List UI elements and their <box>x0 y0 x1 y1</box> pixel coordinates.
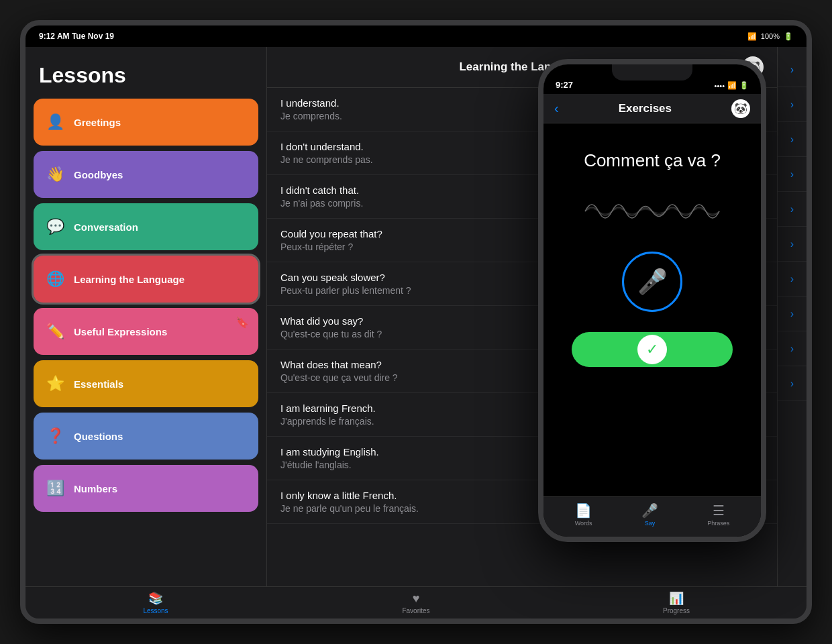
right-chevron-item[interactable]: › <box>778 331 807 366</box>
iphone-time: 9:27 <box>556 80 573 90</box>
wifi-icon: 📶 <box>747 32 757 41</box>
sidebar-lessons: 👤Greetings👋Goodbyes💬Conversation🌐Learnin… <box>25 99 266 586</box>
right-chevron-item[interactable]: › <box>778 227 807 262</box>
iphone-tab-say[interactable]: 🎤Say <box>641 502 658 527</box>
iphone-battery-icon: 🔋 <box>739 81 749 90</box>
tab-lessons[interactable]: 📚Lessons <box>25 591 286 614</box>
iphone-panda-avatar: 🐼 <box>731 99 750 118</box>
iphone-signal: •••• <box>715 82 725 90</box>
conversation-icon: 💬 <box>46 218 64 235</box>
waveform <box>578 191 726 231</box>
tab-favorites-icon: ♥ <box>413 592 420 606</box>
iphone-tab-words-label: Words <box>575 520 592 527</box>
tab-lessons-icon: 📚 <box>148 591 163 606</box>
checkmark-icon: ✓ <box>646 341 658 358</box>
tab-progress-icon: 📊 <box>669 591 684 606</box>
iphone-tab-words[interactable]: 📄Words <box>575 502 592 527</box>
check-circle: ✓ <box>637 335 667 364</box>
sidebar-item-greetings[interactable]: 👤Greetings <box>34 99 258 146</box>
battery-icon: 🔋 <box>784 32 793 41</box>
numbers-icon: 🔢 <box>46 480 64 497</box>
sidebar-title: Lessons <box>25 47 266 99</box>
iphone-status-icons: •••• 📶 🔋 <box>715 81 749 90</box>
right-chevron-item[interactable]: › <box>778 52 807 87</box>
right-chevron-item[interactable]: › <box>778 262 807 297</box>
sidebar-item-numbers[interactable]: 🔢Numbers <box>34 465 258 512</box>
check-slider[interactable]: ✓ <box>572 332 733 367</box>
greetings-icon: 👤 <box>46 113 64 131</box>
ipad-time: 9:12 AM Tue Nov 19 <box>39 32 114 41</box>
sidebar-item-useful-expressions[interactable]: ✏️Useful Expressions🔖 <box>34 308 258 355</box>
questions-label: Questions <box>74 431 123 442</box>
right-chevron-item[interactable]: › <box>778 192 807 227</box>
sidebar-item-learning-language[interactable]: 🌐Learning the Language <box>34 256 258 303</box>
sidebar: Lessons 👤Greetings👋Goodbyes💬Conversation… <box>25 47 267 586</box>
ipad-status-bar: 9:12 AM Tue Nov 19 📶 100% 🔋 <box>25 25 807 47</box>
learning-language-label: Learning the Language <box>74 274 185 285</box>
right-chevrons: ›››››››››› <box>777 47 807 586</box>
sidebar-item-goodbyes[interactable]: 👋Goodbyes <box>34 151 258 198</box>
sidebar-item-questions[interactable]: ❓Questions <box>34 413 258 460</box>
ipad-frame: 9:12 AM Tue Nov 19 📶 100% 🔋 Lessons 👤Gre… <box>20 20 812 624</box>
right-chevron-item[interactable]: › <box>778 297 807 331</box>
useful-expressions-icon: ✏️ <box>46 323 64 340</box>
ipad-tab-bar: 📚Lessons♥Favorites📊Progress <box>25 586 807 619</box>
iphone-tab-say-icon: 🎤 <box>641 502 658 519</box>
right-chevron-item[interactable]: › <box>778 366 807 401</box>
iphone-tab-phrases[interactable]: ☰Phrases <box>707 502 729 527</box>
right-chevron-item[interactable]: › <box>778 122 807 157</box>
mic-button[interactable]: 🎤 <box>622 252 682 312</box>
learning-language-icon: 🌐 <box>46 270 64 288</box>
tab-favorites-label: Favorites <box>402 607 429 614</box>
right-chevron-item[interactable]: › <box>778 157 807 192</box>
iphone-tab-bar: 📄Words🎤Say☰Phrases <box>543 496 761 537</box>
tab-favorites[interactable]: ♥Favorites <box>286 592 546 614</box>
iphone-tab-words-icon: 📄 <box>575 502 592 519</box>
goodbyes-label: Goodbyes <box>74 169 123 180</box>
tab-progress-label: Progress <box>663 607 690 614</box>
iphone-tab-phrases-label: Phrases <box>707 520 729 527</box>
iphone-body: ‹ Exercises 🐼 Comment ça va ? <box>543 94 761 537</box>
right-chevron-item[interactable]: › <box>778 87 807 122</box>
iphone-notch <box>612 64 692 80</box>
iphone-nav-bar: ‹ Exercises 🐼 <box>543 94 761 123</box>
tab-lessons-label: Lessons <box>143 607 168 614</box>
iphone-exercise-content: Comment ça va ? 🎤 <box>543 123 761 496</box>
bookmark-icon: 🔖 <box>236 316 249 329</box>
waveform-svg <box>578 191 726 231</box>
iphone-tab-say-label: Say <box>645 520 656 527</box>
useful-expressions-label: Useful Expressions <box>74 326 167 337</box>
essentials-icon: ⭐ <box>46 375 64 392</box>
iphone-frame: 9:27 •••• 📶 🔋 ‹ Exercises 🐼 Comment ça v… <box>538 59 766 542</box>
greetings-label: Greetings <box>74 117 121 128</box>
iphone-wifi-icon: 📶 <box>727 81 737 90</box>
iphone-back-button[interactable]: ‹ <box>554 101 559 116</box>
questions-icon: ❓ <box>46 427 64 445</box>
essentials-label: Essentials <box>74 378 123 390</box>
goodbyes-icon: 👋 <box>46 166 64 183</box>
tab-progress[interactable]: 📊Progress <box>546 591 807 614</box>
exercise-question: Comment ça va ? <box>584 150 721 171</box>
sidebar-item-conversation[interactable]: 💬Conversation <box>34 203 258 250</box>
sidebar-item-essentials[interactable]: ⭐Essentials <box>34 360 258 407</box>
battery-label: 100% <box>761 32 780 40</box>
iphone-nav-title: Exercises <box>619 102 672 115</box>
ipad-status-right: 📶 100% 🔋 <box>747 32 793 41</box>
numbers-label: Numbers <box>74 483 117 494</box>
conversation-label: Conversation <box>74 221 138 233</box>
iphone-tab-phrases-icon: ☰ <box>713 502 725 519</box>
mic-icon: 🎤 <box>637 268 668 296</box>
